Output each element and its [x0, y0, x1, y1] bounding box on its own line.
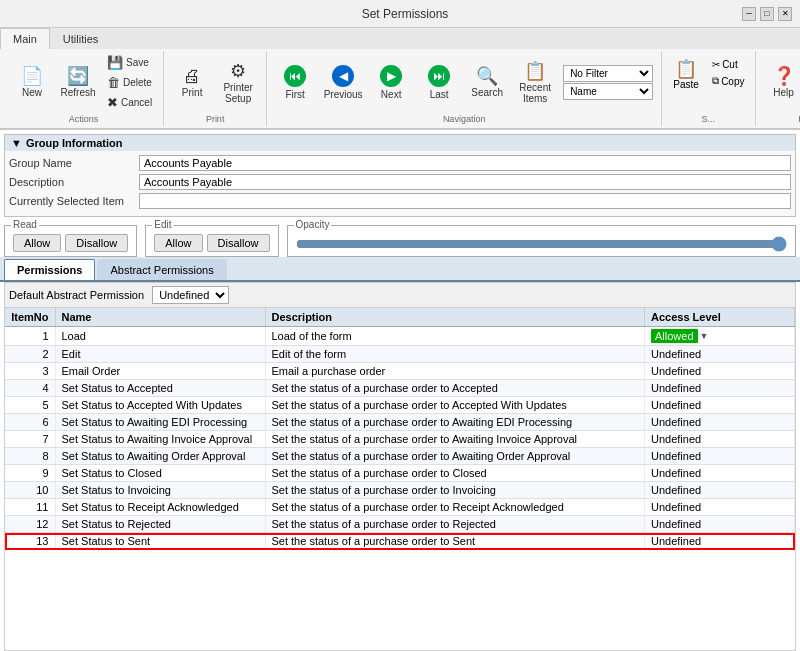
minimize-button[interactable]: ─: [742, 7, 756, 21]
edit-group: Edit Allow Disallow: [145, 225, 278, 257]
previous-button[interactable]: ◀ Previous: [321, 55, 365, 111]
group-name-input[interactable]: [139, 155, 791, 171]
table-row[interactable]: 1LoadLoad of the formAllowed▼: [5, 327, 795, 346]
cell-itemno: 8: [5, 448, 55, 465]
cell-description: Set the status of a purchase order to Aw…: [265, 431, 645, 448]
table-row[interactable]: 3Email OrderEmail a purchase orderUndefi…: [5, 363, 795, 380]
cell-access: Undefined: [645, 499, 795, 516]
delete-button[interactable]: 🗑 Delete: [102, 73, 157, 92]
maximize-button[interactable]: □: [760, 7, 774, 21]
tabs-bar: Permissions Abstract Permissions: [0, 257, 800, 282]
copy-icon: ⧉: [712, 75, 719, 87]
read-disallow-button[interactable]: Disallow: [65, 234, 128, 252]
edit-disallow-button[interactable]: Disallow: [207, 234, 270, 252]
current-item-input[interactable]: [139, 193, 791, 209]
paste-button[interactable]: 📋 Paste: [668, 57, 704, 93]
cut-icon: ✂: [712, 59, 720, 70]
cut-button[interactable]: ✂ Cut: [708, 57, 748, 72]
cell-description: Set the status of a purchase order to Cl…: [265, 465, 645, 482]
table-row[interactable]: 4Set Status to AcceptedSet the status of…: [5, 380, 795, 397]
cell-name: Set Status to Sent: [55, 533, 265, 550]
tab-main[interactable]: Main: [0, 28, 50, 49]
search-button[interactable]: 🔍 Search: [465, 55, 509, 111]
tab-permissions[interactable]: Permissions: [4, 259, 95, 280]
copy-button[interactable]: ⧉ Copy: [708, 73, 748, 89]
permissions-table: ItemNo Name Description Access Level 1Lo…: [5, 308, 795, 550]
navigation-label: Navigation: [273, 112, 655, 124]
col-access: Access Level: [645, 308, 795, 327]
cell-access: Undefined: [645, 482, 795, 499]
next-button[interactable]: ▶ Next: [369, 55, 413, 111]
recent-items-icon: 📋: [524, 62, 546, 80]
access-dropdown-arrow[interactable]: ▼: [700, 331, 709, 341]
filter-area: No Filter Name: [561, 63, 655, 102]
help-button[interactable]: ❓ Help: [762, 55, 801, 111]
refresh-icon: 🔄: [67, 67, 89, 85]
filter-type-select[interactable]: No Filter: [563, 65, 653, 82]
save-button[interactable]: 💾 Save: [102, 53, 157, 72]
tab-utilities[interactable]: Utilities: [50, 28, 111, 49]
help-buttons: ❓ Help ℹ About: [762, 53, 801, 112]
first-button[interactable]: ⏮ First: [273, 55, 317, 111]
cell-itemno: 1: [5, 327, 55, 346]
recent-items-button[interactable]: 📋 Recent Items: [513, 55, 557, 111]
printer-setup-button[interactable]: ⚙ Printer Setup: [216, 55, 260, 111]
cell-access: Undefined: [645, 533, 795, 550]
last-icon: ⏭: [428, 65, 450, 87]
cell-access: Allowed▼: [645, 327, 795, 346]
cell-name: Set Status to Invoicing: [55, 482, 265, 499]
default-perm-select[interactable]: Undefined: [152, 286, 229, 304]
opacity-label: Opacity: [294, 219, 332, 230]
table-section: Default Abstract Permission Undefined It…: [4, 282, 796, 651]
cell-access: Undefined: [645, 346, 795, 363]
close-button[interactable]: ✕: [778, 7, 792, 21]
cell-description: Set the status of a purchase order to Aw…: [265, 448, 645, 465]
collapse-icon[interactable]: ▼: [11, 137, 22, 149]
cell-itemno: 5: [5, 397, 55, 414]
table-row[interactable]: 8Set Status to Awaiting Order ApprovalSe…: [5, 448, 795, 465]
refresh-button[interactable]: 🔄 Refresh: [56, 55, 100, 111]
read-allow-button[interactable]: Allow: [13, 234, 61, 252]
last-button[interactable]: ⏭ Last: [417, 55, 461, 111]
table-row[interactable]: 12Set Status to RejectedSet the status o…: [5, 516, 795, 533]
ribbon-content: 📄 New 🔄 Refresh 💾 Save 🗑 Delete: [0, 49, 800, 128]
filter-value-select[interactable]: Name: [563, 83, 653, 100]
print-button[interactable]: 🖨 Print: [170, 55, 214, 111]
new-icon: 📄: [21, 67, 43, 85]
table-row[interactable]: 11Set Status to Receipt AcknowledgedSet …: [5, 499, 795, 516]
ribbon: Main Utilities 📄 New 🔄 Refresh 💾 Save: [0, 28, 800, 130]
cell-description: Set the status of a purchase order to Re…: [265, 499, 645, 516]
cell-name: Set Status to Rejected: [55, 516, 265, 533]
cell-description: Set the status of a purchase order to Re…: [265, 516, 645, 533]
cancel-button[interactable]: ✖ Cancel: [102, 93, 157, 112]
title-controls: ─ □ ✕: [742, 7, 792, 21]
cell-access: Undefined: [645, 516, 795, 533]
permissions-section: Read Allow Disallow Edit Allow Disallow …: [4, 225, 796, 257]
tab-abstract-permissions[interactable]: Abstract Permissions: [97, 259, 226, 280]
table-row[interactable]: 7Set Status to Awaiting Invoice Approval…: [5, 431, 795, 448]
cell-description: Set the status of a purchase order to Ac…: [265, 380, 645, 397]
cell-itemno: 10: [5, 482, 55, 499]
table-row[interactable]: 5Set Status to Accepted With UpdatesSet …: [5, 397, 795, 414]
col-name: Name: [55, 308, 265, 327]
new-button[interactable]: 📄 New: [10, 55, 54, 111]
cell-itemno: 4: [5, 380, 55, 397]
edit-allow-button[interactable]: Allow: [154, 234, 202, 252]
opacity-slider[interactable]: [296, 236, 787, 252]
cell-itemno: 12: [5, 516, 55, 533]
table-row[interactable]: 10Set Status to InvoicingSet the status …: [5, 482, 795, 499]
cell-name: Set Status to Closed: [55, 465, 265, 482]
print-group: 🖨 Print ⚙ Printer Setup Print: [164, 51, 267, 126]
printer-setup-icon: ⚙: [230, 62, 246, 80]
cell-access: Undefined: [645, 431, 795, 448]
group-info-header: ▼ Group Information: [5, 135, 795, 151]
cell-access: Undefined: [645, 380, 795, 397]
help-group: ❓ Help ℹ About Help: [756, 51, 801, 126]
table-row[interactable]: 2EditEdit of the formUndefined: [5, 346, 795, 363]
table-row[interactable]: 6Set Status to Awaiting EDI ProcessingSe…: [5, 414, 795, 431]
table-row[interactable]: 9Set Status to ClosedSet the status of a…: [5, 465, 795, 482]
print-icon: 🖨: [183, 67, 201, 85]
description-input[interactable]: [139, 174, 791, 190]
cell-access: Undefined: [645, 397, 795, 414]
table-row[interactable]: 13Set Status to SentSet the status of a …: [5, 533, 795, 550]
